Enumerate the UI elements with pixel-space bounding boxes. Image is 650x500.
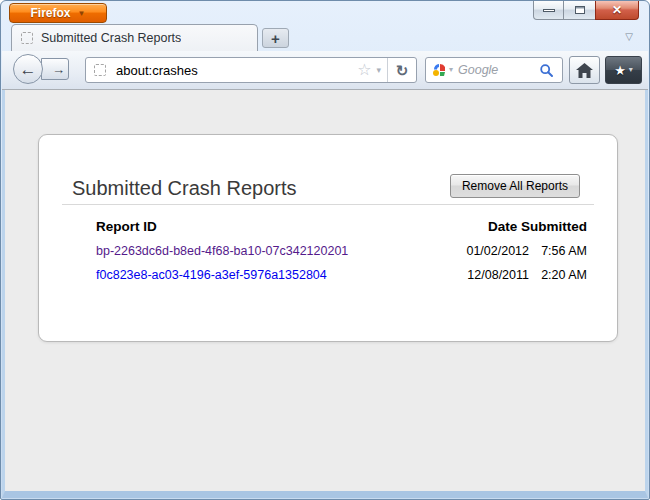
url-input[interactable] xyxy=(116,63,357,78)
search-icon[interactable] xyxy=(539,63,554,78)
chevron-down-icon: ▽ xyxy=(625,31,633,42)
home-button[interactable] xyxy=(569,56,600,84)
page-content: Submitted Crash Reports Remove All Repor… xyxy=(2,90,648,498)
minimize-button[interactable] xyxy=(533,1,564,20)
star-icon: ★ xyxy=(614,64,626,77)
table-row: f0c823e8-ac03-4196-a3ef-5976a1352804 12/… xyxy=(96,268,587,282)
table-header-row: Report ID Date Submitted xyxy=(96,219,587,234)
crash-reports-card: Submitted Crash Reports Remove All Repor… xyxy=(38,134,618,342)
date-value: 01/02/2012 xyxy=(457,244,529,258)
maximize-icon xyxy=(575,6,585,14)
crash-reports-table: Report ID Date Submitted bp-2263dc6d-b8e… xyxy=(96,219,587,282)
minimize-icon xyxy=(543,9,555,12)
google-logo-icon[interactable] xyxy=(432,63,446,77)
divider xyxy=(62,204,594,205)
search-input[interactable] xyxy=(458,63,537,77)
arrow-left-icon: ← xyxy=(20,61,37,78)
back-button[interactable]: ← xyxy=(13,54,43,84)
time-value: 7:56 AM xyxy=(529,244,587,258)
chevron-down-icon: ▾ xyxy=(629,66,633,74)
browser-window: Firefox ▼ ✕ Submitted Crash Reports + ▽ … xyxy=(0,0,650,500)
date-value: 12/08/2011 xyxy=(457,268,529,282)
remove-all-reports-button[interactable]: Remove All Reports xyxy=(450,174,580,198)
firefox-menu-button[interactable]: Firefox ▼ xyxy=(9,3,107,23)
favicon-placeholder-icon xyxy=(94,64,106,76)
chevron-down-icon[interactable]: ▾ xyxy=(449,66,453,74)
tab-submitted-crash-reports[interactable]: Submitted Crash Reports xyxy=(11,24,258,51)
bookmarks-button[interactable]: ★ ▾ xyxy=(605,56,642,84)
home-icon xyxy=(576,63,593,78)
url-bar[interactable]: ☆ ▾ ↻ xyxy=(85,57,417,83)
table-row: bp-2263dc6d-b8ed-4f68-ba10-07c342120201 … xyxy=(96,244,587,258)
search-bar[interactable]: ▾ xyxy=(425,57,563,83)
column-header-date-submitted: Date Submitted xyxy=(488,219,587,234)
close-button[interactable]: ✕ xyxy=(595,1,639,20)
forward-button[interactable]: → xyxy=(41,58,69,80)
maximize-button[interactable] xyxy=(564,1,595,20)
favicon-placeholder-icon xyxy=(21,32,33,44)
window-controls: ✕ xyxy=(533,1,639,20)
new-tab-button[interactable]: + xyxy=(262,28,289,48)
reload-icon: ↻ xyxy=(396,63,409,78)
column-header-report-id: Report ID xyxy=(96,219,157,234)
list-all-tabs-button[interactable]: ▽ xyxy=(625,32,633,42)
chevron-down-icon[interactable]: ▾ xyxy=(376,66,381,75)
page-title: Submitted Crash Reports xyxy=(72,177,297,200)
close-icon: ✕ xyxy=(612,4,622,16)
tab-title: Submitted Crash Reports xyxy=(41,31,181,45)
date-submitted-cell: 01/02/2012 7:56 AM xyxy=(457,244,587,258)
bookmark-star-icon[interactable]: ☆ xyxy=(357,62,371,78)
plus-icon: + xyxy=(271,31,280,46)
time-value: 2:20 AM xyxy=(529,268,587,282)
report-id-link[interactable]: f0c823e8-ac03-4196-a3ef-5976a1352804 xyxy=(96,268,327,282)
date-submitted-cell: 12/08/2011 2:20 AM xyxy=(457,268,587,282)
chevron-down-icon: ▼ xyxy=(78,9,86,18)
reload-button[interactable]: ↻ xyxy=(387,58,416,82)
firefox-menu-label: Firefox xyxy=(31,6,71,20)
arrow-right-icon: → xyxy=(52,63,65,76)
report-id-link[interactable]: bp-2263dc6d-b8ed-4f68-ba10-07c342120201 xyxy=(96,244,348,258)
